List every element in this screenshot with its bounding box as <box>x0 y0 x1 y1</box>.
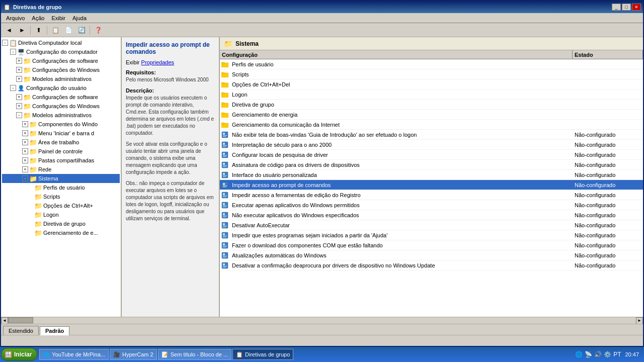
list-item-name-14: Executar apenas aplicativos do Windows p… <box>230 202 573 208</box>
expand-painel-controle[interactable]: + <box>22 148 28 154</box>
taskbar-app-0[interactable]: 🌐YouTube de MrPina... <box>39 349 109 360</box>
start-button[interactable]: 🪟 Iniciar <box>1 348 37 361</box>
list-item-15[interactable]: Não executar aplicativos do Windows espe… <box>220 210 643 220</box>
tree-item-diretiva[interactable]: - 📋 Diretiva Computador local <box>2 38 120 47</box>
column-configuracao[interactable]: Configuração <box>220 50 573 59</box>
svg-rect-60 <box>223 246 227 246</box>
list-item-19[interactable]: Atualizações automáticas do WindowsNão-c… <box>220 250 643 260</box>
tree-item-config-win-comp[interactable]: + 📁 Configurações do Windows <box>2 65 120 74</box>
list-item-16[interactable]: Desativar AutoExecutarNão-configurado <box>220 220 643 230</box>
list-item-17[interactable]: Impedir que estes programas sejam inicia… <box>220 230 643 240</box>
tab-padrao[interactable]: Padrão <box>40 326 69 335</box>
help-button[interactable]: ❓ <box>92 25 104 36</box>
list-item-6[interactable]: Gerenciamento da comunicação da Internet <box>220 120 643 130</box>
back-button[interactable]: ◄ <box>3 25 15 36</box>
expand-config-soft-comp[interactable]: + <box>16 58 22 64</box>
expand-menu-iniciar[interactable]: + <box>22 130 28 136</box>
list-item-10[interactable]: Assinatura de código para os drivers de … <box>220 160 643 170</box>
taskbar-app-2[interactable]: 📝Sem título - Bloco de ... <box>158 349 231 360</box>
list-item-4[interactable]: Diretiva de grupo <box>220 100 643 110</box>
tree-item-gerenc-energia[interactable]: 📁 Gerenciamento de e... <box>2 228 120 237</box>
show-hide-button[interactable]: 📋 <box>49 25 61 36</box>
minimize-button[interactable]: _ <box>612 4 621 11</box>
up-button[interactable]: ⬆ <box>33 25 45 36</box>
menu-acao[interactable]: Ação <box>29 14 47 23</box>
scroll-track[interactable] <box>8 317 636 324</box>
tree-item-painel-controle[interactable]: + 📁 Painel de controle <box>2 147 120 156</box>
menu-arquivo[interactable]: Arquivo <box>3 14 28 23</box>
tab-estendido[interactable]: Estendido <box>3 326 39 335</box>
tray-icon-4[interactable]: ⚙️ <box>604 351 611 358</box>
expand-rede[interactable]: + <box>22 166 28 172</box>
tree-item-config-win-user[interactable]: + 📁 Configurações do Windows <box>2 102 120 111</box>
tree-item-mod-adm-comp[interactable]: + 📁 Modelos administrativos <box>2 74 120 83</box>
expand-config-win-comp[interactable]: + <box>16 67 22 73</box>
desc-descricao-title: Descrição: <box>126 87 215 94</box>
tray-icon-2[interactable]: 📡 <box>585 351 592 358</box>
tree-item-perfis-usuario[interactable]: 📁 Perfis de usuário <box>2 183 120 192</box>
refresh-button[interactable]: 🔄 <box>75 25 88 36</box>
expand-comp-windows[interactable]: + <box>22 121 28 127</box>
tree-item-config-comp[interactable]: - 🖥️ Configuração do computador <box>2 47 120 56</box>
tree-item-opcoes-ctrl[interactable]: 📁 Opções de Ctrl+Alt+ <box>2 201 120 210</box>
menu-exibir[interactable]: Exibir <box>48 14 68 23</box>
menu-ajuda[interactable]: Ajuda <box>69 14 90 23</box>
list-item-2[interactable]: Opções de Ctrl+Alt+Del <box>220 79 643 89</box>
maximize-button[interactable]: □ <box>622 4 631 11</box>
tree-item-config-user[interactable]: - 👤 Configuração do usuário <box>2 83 120 93</box>
list-item-5[interactable]: Gerenciamento de energia <box>220 110 643 120</box>
list-item-1[interactable]: Scripts <box>220 69 643 79</box>
expand-mod-adm-comp[interactable]: + <box>16 76 22 82</box>
list-item-18[interactable]: Fazer o download dos componentes COM que… <box>220 240 643 250</box>
tree-item-comp-windows[interactable]: + 📁 Componentes do Windo <box>2 120 120 129</box>
tree-item-rede[interactable]: + 📁 Rede <box>2 165 120 174</box>
list-item-name-10: Assinatura de código para os drivers de … <box>230 162 573 168</box>
tree-item-config-soft-comp[interactable]: + 📁 Configurações de software <box>2 56 120 65</box>
expand-config-comp[interactable]: - <box>10 49 16 55</box>
list-item-11[interactable]: Interface do usuário personalizadaNão-co… <box>220 170 643 180</box>
tree-item-logon[interactable]: 📁 Logon <box>2 210 120 219</box>
expand-diretiva[interactable]: - <box>2 40 8 46</box>
expand-mod-adm-user[interactable]: - <box>16 112 22 118</box>
list-item-7[interactable]: Não exibir tela de boas-vindas 'Guia de … <box>220 130 643 140</box>
list-item-0[interactable]: Perfis de usuário <box>220 59 643 69</box>
forward-button[interactable]: ► <box>16 25 28 36</box>
expand-pastas-compart[interactable]: + <box>22 157 28 163</box>
close-button[interactable]: ✕ <box>632 4 641 11</box>
tray-icon-3[interactable]: 🔊 <box>594 351 602 358</box>
expand-config-soft-user[interactable]: + <box>16 94 22 100</box>
properties-button[interactable]: 📄 <box>62 25 74 36</box>
scroll-left-button[interactable]: ◄ <box>1 317 8 324</box>
tree-item-scripts[interactable]: 📁 Scripts <box>2 192 120 201</box>
list-item-20[interactable]: Desativar a confirmação deaprocura por d… <box>220 260 643 270</box>
taskbar-app-1[interactable]: 🎥HyperCam 2 <box>110 349 157 360</box>
icon-area-trabalho: 📁 <box>29 138 37 146</box>
tree-item-sistema[interactable]: - 📁 Sistema <box>2 174 120 183</box>
horizontal-scrollbar[interactable]: ◄ ► <box>1 317 643 324</box>
list-item-12[interactable]: Impedir acesso ao prompt de comandosNão-… <box>220 180 643 190</box>
list-item-14[interactable]: Executar apenas aplicativos do Windows p… <box>220 200 643 210</box>
scroll-right-button[interactable]: ► <box>636 317 643 324</box>
tree-item-mod-adm-user[interactable]: - 📁 Modelos administrativos <box>2 111 120 120</box>
expand-sistema[interactable]: - <box>22 175 28 182</box>
list-item-13[interactable]: Impedir acesso a ferramentas de edição d… <box>220 190 643 200</box>
list-item-9[interactable]: Configurar locais de pesquisa de driverN… <box>220 150 643 160</box>
tray-icon-1[interactable]: 🌐 <box>575 351 583 358</box>
tree-item-area-trabalho[interactable]: + 📁 Área de trabalho <box>2 138 120 147</box>
desc-properties-link[interactable]: Propriedades <box>141 59 174 65</box>
tray-lang[interactable]: PT <box>613 351 621 358</box>
column-estado[interactable]: Estado <box>573 50 643 59</box>
taskbar-app-3[interactable]: 📋Diretivas de grupo <box>232 349 293 360</box>
list-item-3[interactable]: Logon <box>220 89 643 100</box>
list-item-name-3: Logon <box>230 92 573 98</box>
list-item-8[interactable]: Interpretação de século para o ano 2000N… <box>220 140 643 150</box>
expand-config-win-user[interactable]: + <box>16 103 22 109</box>
tree-item-menu-iniciar[interactable]: + 📁 Menu 'Iniciar' e barra d <box>2 129 120 138</box>
expand-config-user[interactable]: - <box>10 85 16 91</box>
expand-area-trabalho[interactable]: + <box>22 139 28 145</box>
tree-item-config-soft-user[interactable]: + 📁 Configurações de software <box>2 93 120 102</box>
tree-item-pastas-compart[interactable]: + 📁 Pastas compartilhadas <box>2 156 120 165</box>
scroll-thumb[interactable] <box>8 317 33 323</box>
svg-rect-29 <box>223 166 226 167</box>
tree-item-diretiva-grupo[interactable]: 📁 Diretiva de grupo <box>2 219 120 228</box>
